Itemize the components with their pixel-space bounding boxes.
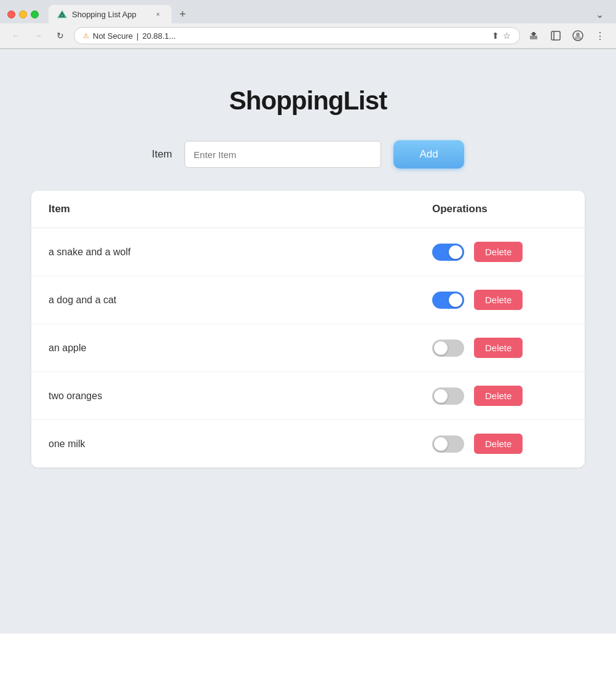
back-button[interactable]: ←	[7, 27, 25, 44]
forward-button[interactable]: →	[30, 27, 47, 44]
toggle-4[interactable]	[432, 435, 464, 453]
header-operations: Operations	[432, 203, 567, 215]
table-header: Item Operations	[31, 191, 585, 228]
profile-icon[interactable]	[569, 27, 586, 44]
new-tab-button[interactable]: +	[174, 6, 191, 23]
shopping-table: Item Operations a snake and a wolf Delet…	[31, 191, 585, 467]
delete-button[interactable]: Delete	[474, 338, 523, 358]
table-row: two oranges Delete	[31, 372, 585, 420]
row-operations: Delete	[432, 242, 567, 262]
toggle-2[interactable]	[432, 340, 464, 357]
active-tab[interactable]: Shopping List App ×	[49, 5, 172, 23]
sidebar-icon[interactable]	[547, 27, 564, 44]
header-item: Item	[49, 203, 432, 215]
close-traffic-light[interactable]	[7, 10, 15, 18]
minimize-traffic-light[interactable]	[19, 10, 27, 18]
url-address: 20.88.1...	[142, 31, 488, 41]
more-menu-icon[interactable]: ⋮	[591, 27, 609, 44]
not-secure-label: Not Secure	[93, 31, 133, 41]
delete-button[interactable]: Delete	[474, 386, 523, 406]
share-icon[interactable]: ⬆	[492, 31, 499, 41]
browser-chrome: Shopping List App × + ⌄ ← → ↻ ⚠ Not Secu…	[0, 0, 616, 49]
extensions-icon[interactable]	[525, 27, 542, 44]
app-title: ShoppingList	[229, 86, 387, 116]
security-warning-icon: ⚠	[83, 32, 89, 40]
reload-button[interactable]: ↻	[52, 27, 69, 44]
address-bar: ← → ↻ ⚠ Not Secure | 20.88.1... ⬆ ☆	[0, 23, 616, 49]
toggle-thumb	[449, 293, 462, 307]
delete-button[interactable]: Delete	[474, 242, 523, 262]
traffic-lights	[7, 10, 39, 18]
url-bar[interactable]: ⚠ Not Secure | 20.88.1... ⬆ ☆	[74, 27, 520, 44]
input-row: Item Add	[152, 140, 464, 169]
row-operations: Delete	[432, 338, 567, 358]
item-text: a snake and a wolf	[49, 247, 432, 258]
svg-rect-3	[551, 31, 560, 40]
toolbar-right: ⋮	[525, 27, 609, 44]
row-operations: Delete	[432, 386, 567, 406]
add-button[interactable]: Add	[393, 140, 464, 169]
toggle-thumb	[434, 437, 448, 451]
tab-list-button[interactable]: ⌄	[591, 6, 609, 23]
app-content: ShoppingList Item Add Item Operations a …	[0, 49, 616, 633]
tab-close-button[interactable]: ×	[153, 9, 163, 19]
toggle-3[interactable]	[432, 387, 464, 405]
bookmark-icon[interactable]: ☆	[503, 31, 511, 41]
delete-button[interactable]: Delete	[474, 434, 523, 454]
table-row: a snake and a wolf Delete	[31, 228, 585, 276]
delete-button[interactable]: Delete	[474, 290, 523, 310]
toggle-thumb	[449, 245, 462, 259]
table-row: a dog and a cat Delete	[31, 276, 585, 324]
toggle-thumb	[434, 389, 448, 403]
item-text: one milk	[49, 439, 432, 450]
tab-title: Shopping List App	[72, 10, 136, 19]
tab-bar: Shopping List App × + ⌄	[0, 0, 616, 23]
item-text: an apple	[49, 343, 432, 354]
item-label: Item	[152, 148, 172, 161]
row-operations: Delete	[432, 434, 567, 454]
url-separator: |	[136, 31, 138, 41]
item-input[interactable]	[184, 141, 381, 168]
toggle-thumb	[434, 341, 448, 355]
toggle-1[interactable]	[432, 292, 464, 309]
vue-icon	[57, 9, 67, 19]
table-row: one milk Delete	[31, 420, 585, 467]
maximize-traffic-light[interactable]	[31, 10, 39, 18]
item-text: a dog and a cat	[49, 295, 432, 306]
table-body: a snake and a wolf Delete a dog and a ca…	[31, 228, 585, 467]
item-text: two oranges	[49, 391, 432, 402]
table-row: an apple Delete	[31, 324, 585, 372]
row-operations: Delete	[432, 290, 567, 310]
toggle-0[interactable]	[432, 244, 464, 261]
